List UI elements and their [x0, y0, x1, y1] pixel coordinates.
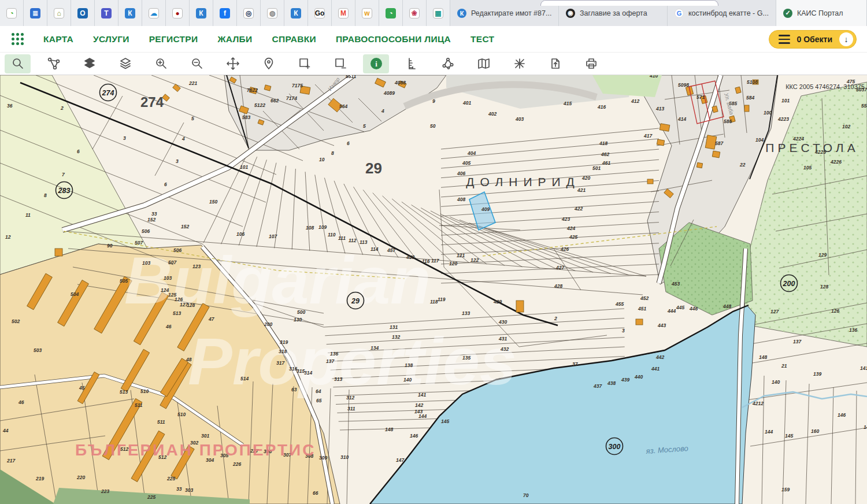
route-tool-button[interactable]: [40, 54, 66, 73]
cadastre-map[interactable]: BulgarianProperties 36222153436768111501…: [0, 75, 867, 504]
map-sheet-tool-button[interactable]: [470, 54, 497, 73]
download-icon[interactable]: ↓: [839, 32, 853, 46]
select-area-remove-tool-button[interactable]: [327, 54, 353, 73]
parcel-label: 145: [441, 418, 449, 424]
zoom-out-tool-button[interactable]: [184, 54, 210, 73]
parcel-label: 2: [60, 105, 64, 111]
parcel-label: 66: [313, 490, 318, 496]
parcel-label: 122: [470, 257, 479, 263]
circled-number-label: 29: [351, 297, 360, 305]
parcel-label: 444: [667, 308, 676, 314]
nav-item-карта[interactable]: КАРТА: [43, 34, 73, 45]
tab-favicon: G: [675, 9, 684, 18]
parcel-label: 404: [467, 150, 476, 156]
pinned-tab[interactable]: ●: [166, 0, 190, 26]
select-area-add-tool-button[interactable]: [291, 54, 317, 73]
pinned-tab[interactable]: К: [190, 0, 213, 26]
parcel-label: 5: [363, 123, 366, 129]
pinned-tab[interactable]: ◎: [237, 0, 261, 26]
zoom-in-tool-button[interactable]: [148, 54, 174, 73]
pinned-tab[interactable]: ⌂: [47, 0, 71, 26]
omnibox-edge: [540, 0, 718, 6]
export-tool-button[interactable]: [542, 54, 568, 73]
layers-outline-tool-button[interactable]: [112, 54, 138, 73]
parcel-label: 63: [291, 387, 297, 392]
map-canvas[interactable]: BulgarianProperties 36222153436768111501…: [0, 75, 867, 504]
pinned-tab[interactable]: w: [355, 0, 379, 26]
coordinates-readout: ККС 2005 4746274, 310375: [786, 83, 865, 90]
location-pin-tool-button[interactable]: [255, 54, 281, 73]
objects-button[interactable]: 0 Обекти ↓: [769, 30, 857, 49]
parcel-label: 303: [185, 487, 193, 493]
pinned-tab[interactable]: M: [332, 0, 355, 26]
parcel-label: 46: [18, 399, 24, 405]
parcel-label: 4223: [777, 116, 789, 122]
nav-item-правоспособни-лица[interactable]: ПРАВОСПОСОБНИ ЛИЦА: [336, 34, 451, 45]
measure-tool-button[interactable]: [399, 54, 425, 73]
nav-item-тест[interactable]: ТЕСТ: [470, 34, 494, 45]
parcel-label: 428: [554, 283, 562, 289]
pinned-tab[interactable]: Go: [308, 0, 332, 26]
parcel-label: 4: [381, 108, 384, 114]
browser-tab-3[interactable]: ✓КАИС Портал: [776, 0, 867, 26]
pinned-tab[interactable]: T: [95, 0, 118, 26]
parcel-label: 3: [176, 158, 179, 164]
parcel-label: 416: [597, 104, 606, 110]
pinned-tab[interactable]: O: [71, 0, 95, 26]
layers-filled-tool-button[interactable]: [76, 54, 102, 73]
parcel-label: 313: [334, 376, 342, 382]
nav-item-жалби[interactable]: ЖАЛБИ: [217, 34, 252, 45]
parcel-label: 64: [316, 388, 321, 394]
pinned-tab[interactable]: К: [284, 0, 308, 26]
pinned-tab[interactable]: ≣: [24, 0, 47, 26]
parcel-label: 309: [319, 455, 327, 461]
measure-icon: [405, 57, 419, 71]
search-tool-button[interactable]: [5, 54, 31, 73]
pinned-tab[interactable]: ◍: [261, 0, 284, 26]
parcel-label: 103: [164, 275, 172, 281]
pinned-tab[interactable]: ▦: [427, 0, 450, 26]
block-number-label: 274: [140, 94, 164, 110]
parcel-label: 105: [803, 165, 812, 171]
pinned-tab[interactable]: ☁: [142, 0, 166, 26]
parcel-label: 128: [820, 284, 828, 290]
parcel-label: 505: [120, 278, 128, 284]
parcel-label: 514: [240, 376, 249, 381]
parcel-label: 5098: [678, 82, 689, 88]
coordinates-icon: [513, 57, 527, 71]
browser-tab-bar: ◔≣⌂OTК☁●Кf◎◍КGoMw◔❀▦ КРедактирате имот #…: [0, 0, 867, 26]
apps-grid-icon[interactable]: [12, 33, 24, 45]
nav-item-справки[interactable]: СПРАВКИ: [272, 34, 316, 45]
print-tool-button[interactable]: [578, 54, 604, 73]
parcel-label: 146: [838, 412, 846, 418]
tab-favicon: К: [457, 9, 466, 18]
parcel-label: 152: [181, 224, 189, 229]
parcel-label: 432: [500, 346, 509, 352]
parcel-label: 427: [555, 265, 565, 270]
parcel-label: 103: [142, 260, 150, 266]
topology-tool-button[interactable]: [435, 54, 461, 73]
w-icon: w: [362, 8, 372, 18]
parcel-label: 226: [232, 461, 241, 467]
parcel-label: 500: [297, 309, 305, 315]
parcel-label: 126: [831, 308, 839, 314]
pinned-tab[interactable]: К: [118, 0, 142, 26]
coordinates-tool-button[interactable]: [506, 54, 532, 73]
parcel-label: 147: [396, 457, 405, 463]
parcel-label: 150: [209, 199, 217, 205]
nav-item-регистри[interactable]: РЕГИСТРИ: [149, 34, 198, 45]
parcel-label: 583: [242, 114, 250, 120]
nav-item-услуги[interactable]: УСЛУГИ: [93, 34, 129, 45]
parcel-label: 425: [569, 234, 577, 240]
parcel-label: 312: [346, 395, 354, 401]
pinned-tab[interactable]: ◔: [0, 0, 24, 26]
pan-tool-button[interactable]: [220, 54, 246, 73]
parcel-label: 412: [631, 98, 639, 104]
zoom-in-icon: [154, 57, 168, 71]
pinned-tab[interactable]: ◔: [379, 0, 403, 26]
circled-number-label: 300: [609, 443, 621, 451]
parcel-label: 10: [319, 157, 325, 162]
pinned-tab[interactable]: f: [213, 0, 237, 26]
pinned-tab[interactable]: ❀: [403, 0, 427, 26]
info-tool-button[interactable]: i: [363, 54, 389, 73]
